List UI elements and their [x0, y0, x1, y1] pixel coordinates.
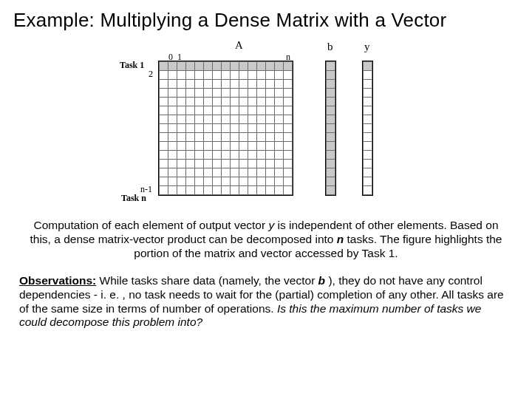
label-vector-b: b — [327, 41, 333, 53]
row-label-taskn: Task n — [121, 193, 146, 204]
observations-paragraph: Observations: While tasks share data (na… — [19, 274, 511, 330]
caption-text: Computation of each element of output ve… — [33, 219, 268, 231]
figure-caption: Computation of each element of output ve… — [28, 219, 504, 261]
row-label-task1: Task 1 — [120, 60, 144, 71]
matrix-a-grid — [158, 61, 293, 196]
vector-y-grid — [362, 61, 373, 196]
label-vector-y: y — [364, 41, 370, 53]
observations-heading: Observations: — [19, 274, 96, 287]
label-matrix-a: A — [235, 39, 243, 52]
vector-b-grid — [325, 61, 336, 196]
caption-n: n — [337, 233, 344, 245]
observations-b: b — [318, 274, 325, 287]
observations-text: While tasks share data (namely, the vect… — [96, 274, 318, 287]
matrix-vector-figure: A b y 0 1 n Task 1 2 n-1 Task n — [111, 39, 421, 213]
row-label-2: 2 — [149, 69, 153, 80]
slide-title: Example: Multiplying a Dense Matrix with… — [13, 9, 511, 32]
